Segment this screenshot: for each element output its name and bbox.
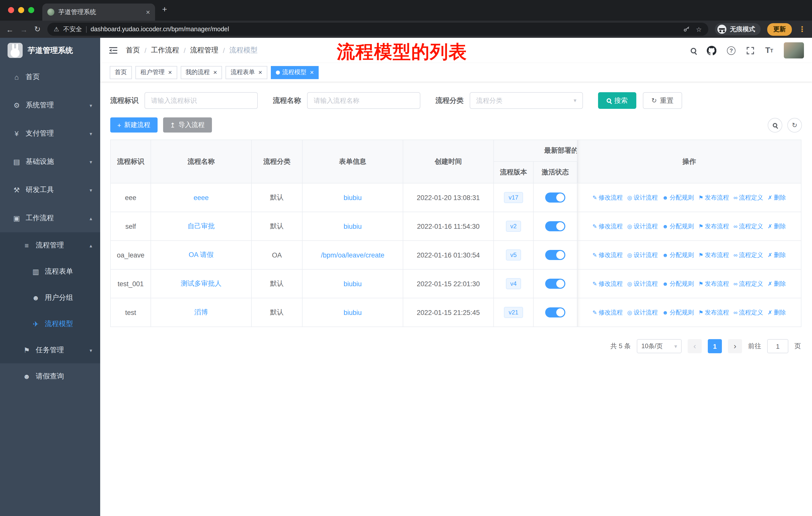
- fullscreen-icon[interactable]: [746, 46, 755, 55]
- tab-close-icon[interactable]: ×: [146, 8, 150, 16]
- definition-action-link[interactable]: ∞流程定义: [733, 193, 763, 202]
- help-icon[interactable]: ?: [727, 46, 735, 55]
- refresh-table-button[interactable]: ↻: [787, 118, 802, 132]
- edit-action-link[interactable]: ✎修改流程: [592, 308, 623, 317]
- font-size-icon[interactable]: TT: [765, 46, 773, 55]
- assign-action-link[interactable]: ☻分配规则: [662, 251, 694, 259]
- sidebar-item-workflow[interactable]: ▣工作流程▴: [0, 204, 100, 232]
- design-action-link[interactable]: ◎设计流程: [627, 308, 658, 317]
- publish-action-link[interactable]: ⚑发布流程: [698, 251, 729, 259]
- address-bar[interactable]: ⚠ 不安全 dashboard.yudao.iocoder.cn/bpm/man…: [47, 23, 708, 36]
- definition-action-link[interactable]: ∞流程定义: [733, 222, 763, 230]
- tag-process-model[interactable]: 流程模型×: [271, 66, 319, 79]
- hamburger-icon[interactable]: [108, 45, 118, 55]
- active-toggle[interactable]: [545, 279, 565, 289]
- bookmark-star-icon[interactable]: ☆: [696, 25, 702, 33]
- assign-action-link[interactable]: ☻分配规则: [662, 193, 694, 202]
- update-button[interactable]: 更新: [767, 23, 792, 35]
- new-tab-button[interactable]: +: [162, 4, 167, 15]
- form-info-link[interactable]: biubiu: [344, 222, 362, 230]
- create-process-button[interactable]: + 新建流程: [110, 117, 157, 133]
- breadcrumb-item-workflow[interactable]: 工作流程: [151, 46, 179, 55]
- process-name-link[interactable]: eeee: [194, 194, 209, 201]
- edit-action-link[interactable]: ✎修改流程: [592, 222, 623, 230]
- app-logo[interactable]: 芋道管理系统: [0, 38, 100, 63]
- delete-action-link[interactable]: ✗删除: [768, 193, 786, 202]
- process-name-link[interactable]: 自己审批: [187, 222, 215, 230]
- sidebar-item-user-group[interactable]: ☻用户分组: [0, 285, 100, 311]
- tag-close-icon[interactable]: ×: [310, 69, 314, 76]
- toggle-search-button[interactable]: [768, 118, 782, 132]
- process-name-link[interactable]: OA 请假: [188, 251, 213, 259]
- breadcrumb-item-process-mgmt[interactable]: 流程管理: [190, 46, 219, 55]
- tag-home[interactable]: 首页: [110, 66, 132, 79]
- design-action-link[interactable]: ◎设计流程: [627, 279, 658, 288]
- tag-my-process[interactable]: 我的流程×: [180, 66, 222, 79]
- design-action-link[interactable]: ◎设计流程: [627, 222, 658, 230]
- publish-action-link[interactable]: ⚑发布流程: [698, 279, 729, 288]
- window-close-button[interactable]: [8, 7, 14, 13]
- active-toggle[interactable]: [545, 307, 565, 318]
- sidebar-item-dev-tools[interactable]: ⚒研发工具▾: [0, 176, 100, 204]
- sidebar-item-process-form[interactable]: ▥流程表单: [0, 259, 100, 285]
- next-page-button[interactable]: ›: [728, 339, 742, 353]
- sidebar-item-leave-query[interactable]: ☻请假查询: [0, 363, 100, 389]
- assign-action-link[interactable]: ☻分配规则: [662, 222, 694, 230]
- process-id-input[interactable]: [144, 92, 258, 109]
- active-toggle[interactable]: [545, 250, 565, 260]
- browser-menu-icon[interactable]: ⋮: [799, 25, 806, 34]
- delete-action-link[interactable]: ✗删除: [768, 279, 786, 288]
- window-zoom-button[interactable]: [28, 7, 34, 13]
- sidebar-item-task-mgmt[interactable]: ⚑任务管理▾: [0, 337, 100, 363]
- page-size-select[interactable]: 10条/页 ▾: [637, 339, 682, 353]
- search-icon[interactable]: [691, 48, 696, 53]
- edit-action-link[interactable]: ✎修改流程: [592, 193, 623, 202]
- forward-icon[interactable]: →: [20, 25, 28, 33]
- tag-close-icon[interactable]: ×: [213, 69, 217, 76]
- edit-action-link[interactable]: ✎修改流程: [592, 279, 623, 288]
- breadcrumb-item-home[interactable]: 首页: [126, 46, 140, 55]
- sidebar-item-system-mgmt[interactable]: ⚙系统管理▾: [0, 91, 100, 119]
- goto-page-input[interactable]: 1: [767, 339, 788, 353]
- category-select[interactable]: 流程分类 ▾: [470, 92, 583, 109]
- sidebar-item-process-model[interactable]: ✈流程模型: [0, 311, 100, 337]
- design-action-link[interactable]: ◎设计流程: [627, 251, 658, 259]
- window-minimize-button[interactable]: [18, 7, 24, 13]
- tag-tenant-mgmt[interactable]: 租户管理×: [136, 66, 177, 79]
- page-number-button[interactable]: 1: [708, 339, 722, 353]
- delete-action-link[interactable]: ✗删除: [768, 251, 786, 259]
- form-info-link[interactable]: biubiu: [344, 280, 362, 288]
- sidebar-item-home[interactable]: ⌂首页: [0, 63, 100, 91]
- form-info-link[interactable]: /bpm/oa/leave/create: [321, 251, 384, 259]
- edit-action-link[interactable]: ✎修改流程: [592, 251, 623, 259]
- form-info-link[interactable]: biubiu: [344, 194, 362, 201]
- process-name-link[interactable]: 测试多审批人: [181, 280, 222, 287]
- tag-close-icon[interactable]: ×: [168, 69, 172, 76]
- user-avatar[interactable]: [784, 42, 804, 58]
- active-toggle[interactable]: [545, 192, 565, 202]
- import-process-button[interactable]: ↥ 导入流程: [163, 117, 212, 133]
- delete-action-link[interactable]: ✗删除: [768, 222, 786, 230]
- design-action-link[interactable]: ◎设计流程: [627, 193, 658, 202]
- delete-action-link[interactable]: ✗删除: [768, 308, 786, 317]
- tag-process-form[interactable]: 流程表单×: [226, 66, 267, 79]
- password-key-icon[interactable]: [684, 26, 690, 33]
- prev-page-button[interactable]: ‹: [688, 339, 702, 353]
- publish-action-link[interactable]: ⚑发布流程: [698, 308, 729, 317]
- assign-action-link[interactable]: ☻分配规则: [662, 279, 694, 288]
- process-name-link[interactable]: 滔博: [194, 308, 208, 316]
- definition-action-link[interactable]: ∞流程定义: [733, 251, 763, 259]
- github-icon[interactable]: [707, 46, 716, 55]
- definition-action-link[interactable]: ∞流程定义: [733, 308, 763, 317]
- sidebar-item-infrastructure[interactable]: ▤基础设施▾: [0, 147, 100, 176]
- reload-icon[interactable]: ↻: [34, 25, 40, 34]
- publish-action-link[interactable]: ⚑发布流程: [698, 193, 729, 202]
- sidebar-item-process-mgmt[interactable]: ≡流程管理▴: [0, 232, 100, 259]
- assign-action-link[interactable]: ☻分配规则: [662, 308, 694, 317]
- browser-tab[interactable]: 芋道管理系统 ×: [42, 3, 155, 21]
- sidebar-item-payment-mgmt[interactable]: ¥支付管理▾: [0, 119, 100, 147]
- tag-close-icon[interactable]: ×: [258, 69, 262, 76]
- active-toggle[interactable]: [545, 221, 565, 231]
- form-info-link[interactable]: biubiu: [344, 309, 362, 316]
- search-button[interactable]: 搜索: [598, 92, 636, 109]
